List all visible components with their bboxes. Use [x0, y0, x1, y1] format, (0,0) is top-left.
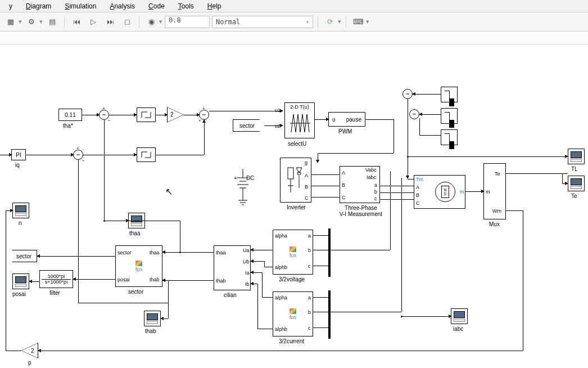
- block-selectU[interactable]: 2-D T(u): [284, 102, 315, 138]
- svg-text:+: +: [234, 175, 237, 181]
- label-sector: sector: [128, 289, 143, 295]
- keyboard-icon[interactable]: ⌨: [351, 15, 365, 29]
- label-iq: iq: [15, 162, 20, 168]
- block-gain-p[interactable]: [21, 343, 38, 358]
- cursor-icon: ↖: [165, 186, 173, 197]
- step-forward-icon[interactable]: ⏭: [103, 15, 117, 29]
- block-sum-tm1[interactable]: [402, 89, 413, 99]
- dropdown-icon[interactable]: ▾: [338, 18, 341, 25]
- block-step-1[interactable]: [441, 87, 458, 102]
- block-tf-filter[interactable]: 1000*pi s+1000*pi: [39, 270, 73, 288]
- menu-y[interactable]: y: [2, 1, 19, 11]
- fast-restart-icon[interactable]: ⟳: [323, 15, 337, 29]
- sim-time-input[interactable]: 0.8: [165, 16, 210, 28]
- block-sum-tm2[interactable]: [409, 109, 419, 119]
- toolbar: ▦▾ ⚙▾ ▤ ⏮ ▷ ⏭ ◻ ◉▾ 0.8 Normal▾ ⟳▾ ⌨▾: [0, 12, 588, 32]
- matlab-icon: [135, 261, 142, 266]
- label-selectU: selectU: [288, 141, 306, 147]
- block-goto-sector[interactable]: sector: [8, 250, 37, 262]
- menu-help[interactable]: Help: [201, 1, 228, 11]
- dropdown-icon[interactable]: ▾: [366, 18, 369, 25]
- svg-rect-10: [288, 168, 293, 179]
- demux-current[interactable]: [328, 290, 331, 339]
- scope-posai[interactable]: [12, 273, 29, 289]
- matlab-icon: [290, 246, 296, 252]
- separator: [346, 16, 346, 28]
- label-vi: Three-PhaseV-I Measurement: [338, 205, 383, 217]
- menu-analysis[interactable]: Analysis: [103, 1, 142, 11]
- block-step-2[interactable]: [441, 108, 458, 124]
- label-32current: 3/2current: [279, 338, 304, 344]
- menubar: y Diagram Simulation Analysis Code Tools…: [0, 0, 588, 12]
- scope-n[interactable]: [12, 203, 29, 218]
- block-hysteresis-2[interactable]: [137, 147, 156, 162]
- report-icon[interactable]: ▤: [45, 15, 60, 29]
- label-cilian: cilian: [224, 292, 237, 298]
- menu-simulation[interactable]: Simulation: [58, 1, 103, 11]
- run-icon[interactable]: ▷: [86, 15, 101, 29]
- separator: [139, 16, 139, 28]
- block-gain-2[interactable]: [167, 107, 184, 123]
- library-browser-icon[interactable]: ▦: [3, 15, 18, 29]
- gain-value: 2: [170, 111, 174, 118]
- separator: [64, 16, 65, 28]
- dropdown-icon[interactable]: ▾: [39, 18, 43, 25]
- step-back-icon[interactable]: ⏮: [69, 15, 84, 29]
- block-constant-tha[interactable]: 0.11: [58, 109, 82, 121]
- scope-iabc[interactable]: [451, 308, 468, 324]
- block-pi[interactable]: PI: [11, 149, 26, 160]
- stop-icon[interactable]: ◻: [120, 15, 134, 29]
- dropdown-icon[interactable]: ▾: [159, 18, 162, 25]
- menu-tools[interactable]: Tools: [171, 1, 201, 11]
- scope-TL[interactable]: [568, 149, 585, 164]
- block-step-3[interactable]: [441, 129, 458, 145]
- subtoolbar: [0, 32, 588, 45]
- gear-icon[interactable]: ⚙: [24, 15, 39, 29]
- dropdown-icon[interactable]: ▾: [19, 18, 22, 25]
- mode-select[interactable]: Normal▾: [212, 16, 313, 28]
- menu-code[interactable]: Code: [142, 1, 171, 11]
- menu-diagram[interactable]: Diagram: [19, 1, 58, 11]
- motor-icon: NS: [435, 182, 455, 202]
- block-hysteresis-1[interactable]: [137, 107, 156, 122]
- record-icon[interactable]: ◉: [144, 15, 159, 29]
- block-from-sector[interactable]: sector: [233, 119, 264, 132]
- canvas[interactable]: 0.11 tha* + − 2 + + PI iq + − sector 2-D…: [0, 45, 588, 368]
- scope-thab[interactable]: [144, 311, 161, 326]
- label-mux: Mux: [489, 221, 500, 227]
- label-32voltage: 3/2voltage: [279, 276, 305, 282]
- scope-Te[interactable]: [568, 176, 585, 191]
- label-tha-star: tha*: [63, 123, 73, 129]
- block-pwm[interactable]: u pause: [328, 112, 365, 127]
- dc-source-icon[interactable]: +: [232, 168, 257, 213]
- label-inverter: Inverter: [287, 204, 306, 210]
- label-pwm: PWM: [338, 128, 352, 134]
- separator: [318, 16, 318, 28]
- demux-voltage[interactable]: [328, 228, 331, 277]
- matlab-icon: [290, 308, 296, 314]
